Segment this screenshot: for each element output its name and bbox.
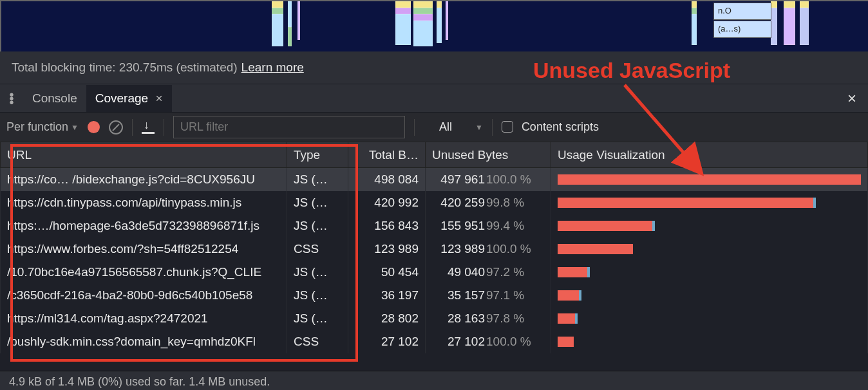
learn-more-link[interactable]: Learn more — [241, 60, 304, 75]
cell-type: CSS — [287, 237, 348, 261]
cell-type: JS (… — [287, 191, 348, 214]
cell-url: https://co… /bidexchange.js?cid=8CUX956J… — [1, 168, 287, 191]
cell-usage-viz — [551, 307, 868, 330]
col-header-type[interactable]: Type — [287, 142, 348, 168]
table-header-row: URL Type Total B… Unused Bytes Usage Vis… — [1, 142, 868, 168]
col-header-total[interactable]: Total B… — [348, 142, 426, 168]
cell-total-bytes: 123 989 — [348, 237, 426, 261]
flame-cell-label: (a…s) — [713, 21, 771, 38]
cell-total-bytes: 420 992 — [348, 191, 426, 214]
url-filter-input[interactable] — [173, 116, 405, 138]
tab-coverage-label: Coverage — [95, 91, 148, 105]
cell-url: https://www.forbes.com/?sh=54ff82512254 — [1, 237, 287, 261]
export-icon[interactable] — [142, 121, 155, 134]
table-row[interactable]: /pushly-sdk.min.css?domain_key=qmhdz0KFl… — [1, 330, 868, 353]
col-header-url[interactable]: URL — [1, 142, 287, 168]
granularity-select[interactable]: Per function ▼ — [6, 120, 79, 134]
coverage-toolbar: Per function ▼ All ▼ Content scripts — [0, 112, 868, 142]
cell-url: https:…/homepage-6a3de5d732398896871f.js — [1, 214, 287, 237]
chevron-down-icon: ▼ — [71, 123, 79, 132]
cell-usage-viz — [551, 284, 868, 307]
table-row[interactable]: https://www.forbes.com/?sh=54ff82512254C… — [1, 237, 868, 261]
toolbar-divider — [132, 119, 133, 136]
type-filter-select[interactable]: All ▼ — [439, 120, 483, 134]
cell-unused-bytes: 49 04097.2 % — [426, 261, 551, 284]
toolbar-divider — [164, 119, 164, 136]
cell-url: /c3650cdf-216a-4ba2-80b0-9d6c540b105e58 — [1, 284, 287, 307]
col-header-unused[interactable]: Unused Bytes — [426, 142, 551, 168]
toolbar-divider — [492, 119, 493, 136]
cell-total-bytes: 156 843 — [348, 214, 426, 237]
cell-usage-viz — [551, 168, 868, 191]
table-row[interactable]: /10.70bc16e4a97156565587.chunk.js?Q_CLIE… — [1, 261, 868, 284]
cell-type: JS (… — [287, 214, 348, 237]
blocking-time-bar: Total blocking time: 230.75ms (estimated… — [0, 51, 868, 84]
cell-unused-bytes: 27 102100.0 % — [426, 330, 551, 353]
col-header-viz[interactable]: Usage Visualization — [551, 142, 868, 168]
status-bar: 4.9 kB of 1.4 MB (0%) used so far. 1.4 M… — [0, 371, 868, 390]
type-filter-value: All — [439, 120, 452, 134]
cell-unused-bytes: 123 989100.0 % — [426, 237, 551, 261]
cell-total-bytes: 28 802 — [348, 307, 426, 330]
cell-unused-bytes: 420 25999.8 % — [426, 191, 551, 214]
blocking-time-text: Total blocking time: 230.75ms (estimated… — [12, 60, 238, 75]
cell-usage-viz — [551, 330, 868, 353]
cell-type: JS (… — [287, 168, 348, 191]
table-row[interactable]: https://ml314.com/tag.aspx?2472021JS (…2… — [1, 307, 868, 330]
annotation-label: Unused JavaScript — [533, 58, 730, 83]
cell-usage-viz — [551, 261, 868, 284]
table-row[interactable]: https:…/homepage-6a3de5d732398896871f.js… — [1, 214, 868, 237]
cell-unused-bytes: 28 16397.8 % — [426, 307, 551, 330]
cell-total-bytes: 498 084 — [348, 168, 426, 191]
checkbox-icon[interactable] — [502, 121, 513, 133]
cell-usage-viz — [551, 214, 868, 237]
cell-url: https://cdn.tinypass.com/api/tinypass.mi… — [1, 191, 287, 214]
table-row[interactable]: /c3650cdf-216a-4ba2-80b0-9d6c540b105e58J… — [1, 284, 868, 307]
cell-url: /10.70bc16e4a97156565587.chunk.js?Q_CLIE — [1, 261, 287, 284]
table-row[interactable]: https://co… /bidexchange.js?cid=8CUX956J… — [1, 168, 868, 191]
record-button[interactable] — [88, 121, 100, 133]
cell-unused-bytes: 155 95199.4 % — [426, 214, 551, 237]
cell-usage-viz — [551, 191, 868, 214]
flame-cell-label: n.O — [713, 3, 771, 20]
cell-type: JS (… — [287, 284, 348, 307]
content-scripts-toggle[interactable]: Content scripts — [502, 120, 599, 134]
cell-total-bytes: 36 197 — [348, 284, 426, 307]
kebab-menu-icon[interactable]: ••• — [0, 93, 23, 104]
cell-type: JS (… — [287, 261, 348, 284]
cell-total-bytes: 27 102 — [348, 330, 426, 353]
granularity-label: Per function — [6, 120, 68, 134]
content-scripts-label: Content scripts — [522, 120, 599, 133]
table-row[interactable]: https://cdn.tinypass.com/api/tinypass.mi… — [1, 191, 868, 214]
performance-flame-strip[interactable]: n.O (a…s) — [0, 0, 868, 51]
cell-usage-viz — [551, 237, 868, 261]
status-text: 4.9 kB of 1.4 MB (0%) used so far. 1.4 M… — [9, 375, 270, 388]
tab-console[interactable]: Console — [23, 85, 86, 112]
close-tab-icon[interactable]: × — [155, 91, 162, 105]
cell-unused-bytes: 35 15797.1 % — [426, 284, 551, 307]
close-drawer-icon[interactable]: × — [847, 89, 856, 107]
chevron-down-icon: ▼ — [475, 123, 483, 132]
coverage-table: URL Type Total B… Unused Bytes Usage Vis… — [0, 142, 868, 353]
cell-url: https://ml314.com/tag.aspx?2472021 — [1, 307, 287, 330]
toolbar-divider — [414, 119, 415, 136]
cell-total-bytes: 50 454 — [348, 261, 426, 284]
cell-url: /pushly-sdk.min.css?domain_key=qmhdz0KFl — [1, 330, 287, 353]
tab-coverage[interactable]: Coverage × — [86, 85, 172, 112]
clear-icon[interactable] — [109, 120, 123, 135]
cell-type: JS (… — [287, 307, 348, 330]
cell-type: CSS — [287, 330, 348, 353]
drawer-tab-strip: ••• Console Coverage × × — [0, 84, 868, 112]
cell-unused-bytes: 497 961100.0 % — [426, 168, 551, 191]
